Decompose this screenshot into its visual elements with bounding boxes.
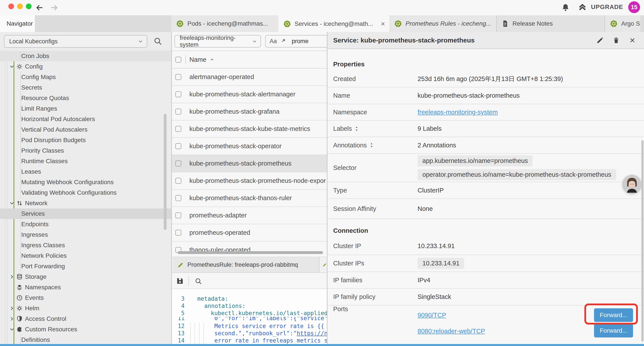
table-row-kube-prometheus-stack-operator[interactable]: kube-prometheus-stack-operator <box>172 138 327 155</box>
sidebar-item-services[interactable]: Services <box>0 209 171 219</box>
sidebar-scrollbar-thumb[interactable] <box>164 114 166 230</box>
horizontal-scrollbar-thumb[interactable] <box>178 251 323 254</box>
tab-prometheus-rules-icecheng[interactable]: Prometheus Rules - icecheng... <box>389 15 496 32</box>
sidebar-item-config[interactable]: Config <box>0 61 171 72</box>
table-row-kube-prometheus-stack-alertmanager[interactable]: kube-prometheus-stack-alertmanager <box>172 86 327 103</box>
sidebar-item-cron-jobs[interactable]: Cron Jobs <box>0 51 171 61</box>
sidebar-item-network-policies[interactable]: Network Policies <box>0 251 171 261</box>
save-icon[interactable] <box>176 277 184 285</box>
sidebar-item-storage[interactable]: Storage <box>0 272 171 282</box>
editor-search-icon[interactable] <box>195 278 202 285</box>
sort-updown-icon[interactable] <box>354 126 359 132</box>
sidebar-item-ingress-classes[interactable]: Ingress Classes <box>0 240 171 251</box>
sidebar-item-config-maps[interactable]: Config Maps <box>0 72 171 82</box>
table-row-prometheus-operated[interactable]: prometheus-operated <box>172 224 327 242</box>
forward-button-8080-reloader-web-tcp[interactable]: Forward... <box>594 324 633 338</box>
sidebar-item-validating-webhook-configurations[interactable]: Validating Webhook Configurations <box>0 187 171 198</box>
bell-icon[interactable] <box>561 3 570 12</box>
chevron-right-icon[interactable] <box>9 316 16 322</box>
regex-toggle[interactable]: ▪* <box>282 38 285 45</box>
chevron-down-icon[interactable] <box>9 200 16 206</box>
port-link-9090-tcp[interactable]: 9090/TCP <box>418 312 446 319</box>
sidebar-item-resource-quotas[interactable]: Resource Quotas <box>0 93 171 103</box>
namespace-dropdown[interactable]: freeleaps-monitoring-system <box>174 35 261 47</box>
sidebar-item-ingresses[interactable]: Ingresses <box>0 230 171 240</box>
sidebar-item-horizontal-pod-autoscalers[interactable]: Horizontal Pod Autoscalers <box>0 114 171 124</box>
select-all-checkbox[interactable] <box>175 57 181 63</box>
table-row-kube-prometheus-stack-grafana[interactable]: kube-prometheus-stack-grafana <box>172 103 327 120</box>
navigator-panel-tab[interactable]: Navigator <box>0 15 35 32</box>
name-column-header[interactable]: Name <box>190 56 214 63</box>
row-checkbox[interactable] <box>175 143 181 149</box>
sidebar-item-port-forwarding[interactable]: Port Forwarding <box>0 261 171 272</box>
sidebar-search-icon[interactable] <box>154 37 162 45</box>
back-arrow-icon[interactable] <box>36 3 44 12</box>
upgrade-button[interactable]: UPGRADE <box>591 3 623 10</box>
user-avatar[interactable] <box>622 175 642 194</box>
gear-icon <box>16 63 25 70</box>
table-row-thanos-ruler-operated[interactable]: thanos-ruler-operated <box>172 242 327 259</box>
sort-updown-icon[interactable] <box>369 142 374 148</box>
sidebar-item-definitions[interactable]: Definitions <box>0 335 171 344</box>
port-link-8080-reloader-web-tcp[interactable]: 8080:reloader-web/TCP <box>418 328 485 335</box>
close-icon[interactable] <box>629 36 636 44</box>
editor-tab-prometheusrule[interactable]: PrometheusRule: freeleaps-prod-rabbitmq <box>173 257 319 272</box>
sidebar-item-mutating-webhook-configurations[interactable]: Mutating Webhook Configurations <box>0 177 171 187</box>
chevron-down-icon[interactable] <box>9 63 16 70</box>
detail-scrollbar-thumb[interactable] <box>641 140 644 342</box>
row-checkbox[interactable] <box>175 109 181 114</box>
chevron-right-icon[interactable] <box>9 305 16 311</box>
tab-services-icecheng-math[interactable]: Services - icecheng@math... <box>278 15 389 32</box>
notification-count-badge[interactable]: 15 <box>628 1 640 13</box>
match-case-toggle[interactable]: Aa <box>270 38 277 45</box>
tab-pods-icecheng-mathmas[interactable]: Pods - icecheng@mathmas... <box>171 15 278 32</box>
row-checkbox[interactable] <box>175 230 181 236</box>
sidebar-item-endpoints[interactable]: Endpoints <box>0 219 171 230</box>
delete-trash-icon[interactable] <box>612 36 620 44</box>
sidebar-item-limit-ranges[interactable]: Limit Ranges <box>0 103 171 114</box>
sidebar-item-runtime-classes[interactable]: Runtime Classes <box>0 156 171 166</box>
sidebar-item-network[interactable]: Network <box>0 198 171 209</box>
sidebar-item-events[interactable]: Events <box>0 293 171 303</box>
forward-arrow-icon[interactable] <box>50 3 58 12</box>
zoom-window-button[interactable] <box>26 3 32 9</box>
row-checkbox[interactable] <box>175 126 181 132</box>
table-row-alertmanager-operated[interactable]: alertmanager-operated <box>172 68 327 86</box>
row-checkbox[interactable] <box>175 195 181 201</box>
row-checkbox[interactable] <box>175 74 181 80</box>
table-row-prometheus-adapter[interactable]: prometheus-adapter <box>172 207 327 224</box>
close-window-button[interactable] <box>8 3 14 9</box>
row-checkbox[interactable] <box>175 212 181 218</box>
indent-guide <box>199 323 200 344</box>
sidebar-item-helm[interactable]: Helm <box>0 303 171 314</box>
sidebar-item-vertical-pod-autoscalers[interactable]: Vertical Pod Autoscalers <box>0 124 171 135</box>
minimize-window-button[interactable] <box>17 3 23 9</box>
runbook-url-link[interactable]: https://net <box>297 330 327 337</box>
namespace-link[interactable]: freeleaps-monitoring-system <box>418 109 498 116</box>
row-checkbox[interactable] <box>175 178 181 184</box>
chevron-down-icon[interactable] <box>9 326 16 333</box>
sidebar-item-secrets[interactable]: Secrets <box>0 82 171 93</box>
sidebar-item-pod-disruption-budgets[interactable]: Pod Disruption Budgets <box>0 135 171 145</box>
table-row-kube-prometheus-stack-prometheus-node-expor[interactable]: kube-prometheus-stack-prometheus-node-ex… <box>172 172 327 190</box>
sidebar-item-leases[interactable]: Leases <box>0 166 171 177</box>
sidebar-item-priority-classes[interactable]: Priority Classes <box>0 145 171 156</box>
sidebar-item-access-control[interactable]: Access Control <box>0 314 171 324</box>
yaml-editor[interactable]: 3metadata:4annotations:5kubectl.kubernet… <box>172 289 327 344</box>
upgrade-icon[interactable] <box>578 3 587 12</box>
row-checkbox[interactable] <box>175 91 181 97</box>
tab-release-notes[interactable]: Release Notes <box>496 15 605 32</box>
close-tab-icon[interactable] <box>380 21 386 27</box>
tab-argo-se[interactable]: Argo Se <box>605 15 640 32</box>
sidebar-item-custom-resources[interactable]: Custom Resources <box>0 324 171 335</box>
chevron-right-icon[interactable] <box>9 274 16 280</box>
row-checkbox[interactable] <box>175 161 181 166</box>
editor-tab-next[interactable] <box>319 257 327 272</box>
edit-pencil-icon[interactable] <box>596 36 604 44</box>
table-row-kube-prometheus-stack-kube-state-metrics[interactable]: kube-prometheus-stack-kube-state-metrics <box>172 120 327 138</box>
kubeconfig-dropdown[interactable]: Local Kubeconfigs <box>4 35 147 48</box>
search-input[interactable]: Aa ▪* prome <box>265 35 327 47</box>
table-row-kube-prometheus-stack-prometheus[interactable]: kube-prometheus-stack-prometheus <box>172 155 327 172</box>
sidebar-item-namespaces[interactable]: Namespaces <box>0 282 171 293</box>
table-row-kube-prometheus-stack-thanos-ruler[interactable]: kube-prometheus-stack-thanos-ruler <box>172 190 327 207</box>
